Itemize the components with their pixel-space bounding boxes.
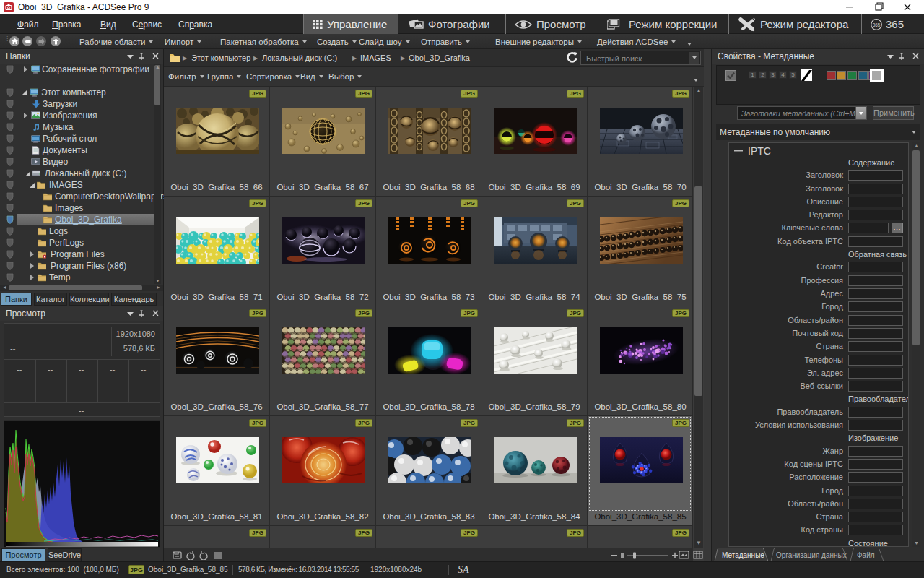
svg-text:Файл: Файл (857, 551, 875, 559)
svg-text:Организация данных: Организация данных (776, 551, 847, 559)
svg-text:365: 365 (873, 22, 881, 27)
svg-text:Метаданные: Метаданные (722, 551, 764, 559)
